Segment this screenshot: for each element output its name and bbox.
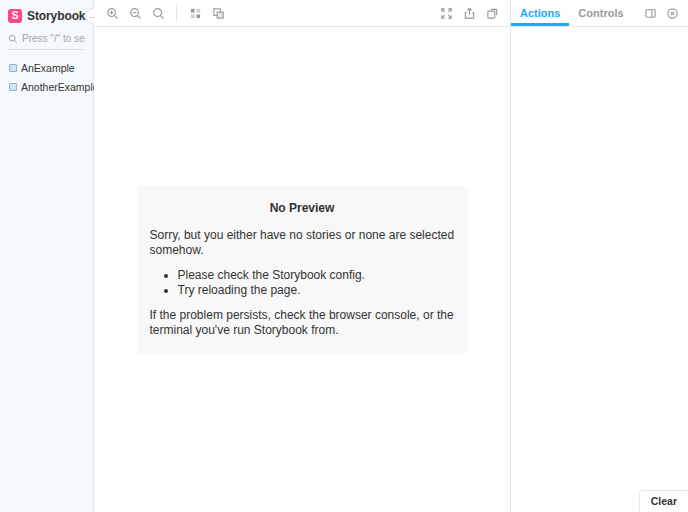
zoom-in-icon [106,7,119,20]
canvas-area: No Preview Sorry, but you either have no… [94,0,510,512]
no-preview-message-box: No Preview Sorry, but you either have no… [137,186,468,354]
panel-position-button[interactable] [640,3,660,23]
background-toggle-button[interactable] [185,3,205,23]
component-icon [9,64,17,72]
sidebar-header: S Storybook … [8,8,85,24]
no-preview-hint-list: Please check the Storybook config. Try r… [178,268,455,298]
panel-tabbar: Actions Controls [511,0,688,27]
search-input[interactable] [22,33,85,44]
tab-actions[interactable]: Actions [511,0,569,26]
canvas-toolbar [94,0,510,27]
brand-title: Storybook [27,9,85,23]
sidebar-item-anotherexample[interactable]: AnotherExample [8,79,85,95]
close-panel-button[interactable] [662,3,682,23]
sidebar-item-label: AnExample [21,62,75,74]
panel-footer: Clear [511,490,688,512]
no-preview-hint: Please check the Storybook config. [178,268,455,283]
copy-link-icon [486,7,499,20]
panel-tabs: Actions Controls [511,0,633,26]
panel-tools [640,3,682,23]
brand[interactable]: S Storybook [8,9,85,23]
panel-position-icon [644,7,657,20]
zoom-reset-icon [152,7,165,20]
open-new-tab-button[interactable] [459,3,479,23]
outline-toggle-button[interactable] [208,3,228,23]
addon-panel: Actions Controls Clear [510,0,688,512]
fullscreen-button[interactable] [436,3,456,23]
story-list: AnExample AnotherExample [8,60,85,95]
toolbar-separator [176,5,177,21]
search-field[interactable] [8,33,85,50]
toolbar-left-group [102,3,228,23]
tab-controls[interactable]: Controls [569,0,632,26]
storybook-logo-icon: S [8,9,22,23]
clear-button[interactable]: Clear [639,490,688,512]
search-icon [8,34,18,44]
zoom-out-icon [129,7,142,20]
outline-icon [212,7,225,20]
copy-link-button[interactable] [482,3,502,23]
toolbar-right-group [436,3,502,23]
sidebar-item-anexample[interactable]: AnExample [8,60,85,76]
open-new-tab-icon [463,7,476,20]
zoom-reset-button[interactable] [148,3,168,23]
component-icon [9,83,17,91]
no-preview-message: Sorry, but you either have no stories or… [150,228,455,258]
actions-panel-content [511,27,688,490]
fullscreen-icon [440,7,453,20]
sidebar: S Storybook … AnExample AnotherExample [0,0,94,512]
background-icon [189,7,202,20]
no-preview-footer: If the problem persists, check the brows… [150,308,455,338]
zoom-out-button[interactable] [125,3,145,23]
preview-iframe: No Preview Sorry, but you either have no… [94,27,510,512]
zoom-in-button[interactable] [102,3,122,23]
close-panel-icon [666,7,679,20]
no-preview-title: No Preview [150,201,455,216]
no-preview-hint: Try reloading the page. [178,283,455,298]
sidebar-item-label: AnotherExample [21,81,99,93]
